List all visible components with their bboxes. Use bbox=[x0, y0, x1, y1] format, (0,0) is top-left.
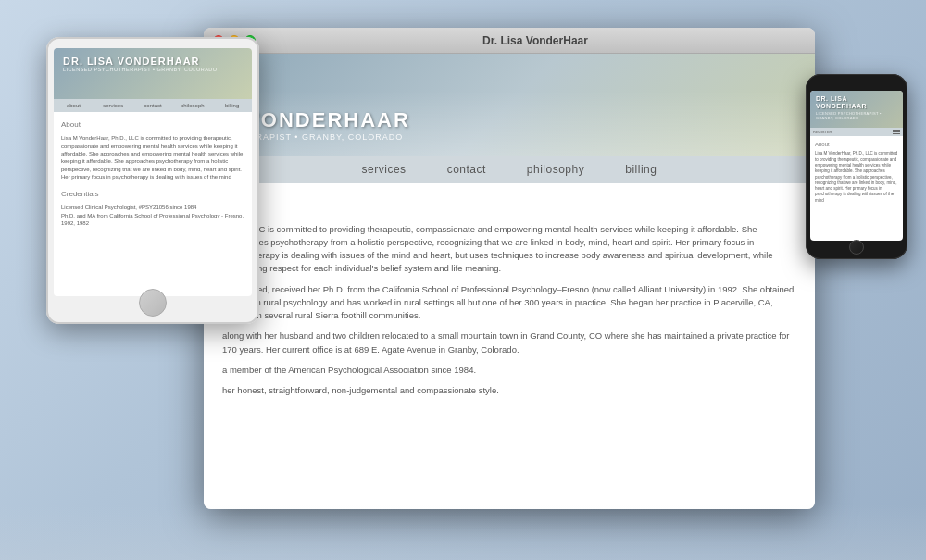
tablet-nav: about services contact philosoph billing bbox=[54, 99, 252, 112]
smartphone-about-heading: About bbox=[815, 141, 898, 148]
tablet-header: DR. LISA VONDERHAAR LICENSED PSYCHOTHERA… bbox=[54, 48, 252, 99]
browser-titlebar: Dr. Lisa VonderHaar bbox=[204, 28, 815, 54]
tablet-screen: DR. LISA VONDERHAAR LICENSED PSYCHOTHERA… bbox=[54, 48, 252, 296]
tablet-about-heading: About bbox=[61, 119, 244, 130]
browser-content: A VONDERHAAR HOTHERAPIST • GRANBY, COLOR… bbox=[204, 54, 815, 509]
tablet-logo-name: DR. LISA VONDERHAAR bbox=[63, 56, 243, 67]
smartphone-logo-name: DR. LISAVONDERHAAR bbox=[816, 95, 897, 111]
hamburger-line-2 bbox=[893, 131, 900, 132]
tablet-about-text: Lisa M VonderHaar, Ph.D., LLC is committ… bbox=[61, 134, 244, 180]
tablet-nav-billing[interactable]: billing bbox=[212, 99, 252, 112]
nav-billing[interactable]: billing bbox=[605, 156, 677, 183]
hamburger-menu-icon[interactable] bbox=[893, 130, 900, 134]
site-body: About Ph.D., LLC is committed to providi… bbox=[204, 183, 815, 418]
site-header: A VONDERHAAR HOTHERAPIST • GRANBY, COLOR… bbox=[204, 54, 815, 156]
nav-services[interactable]: services bbox=[342, 156, 427, 183]
smartphone-nav-label: REGISTER bbox=[813, 130, 832, 134]
smartphone-about-text: Lisa M VonderHaar, Ph.D., LLC is committ… bbox=[815, 151, 898, 204]
about-text-3: along with her husband and two children … bbox=[222, 330, 796, 356]
about-heading: About bbox=[222, 197, 796, 216]
about-text-1: Ph.D., LLC is committed to providing the… bbox=[222, 223, 796, 276]
nav-philosophy[interactable]: philosophy bbox=[507, 156, 605, 183]
about-text-2: often called, received her Ph.D. from th… bbox=[222, 283, 796, 323]
smartphone-logo: DR. LISAVONDERHAAR LICENSED PSYCHOTHERAP… bbox=[810, 91, 903, 125]
tablet-credentials-heading: Credentials bbox=[61, 189, 244, 199]
about-text-4: a member of the American Psychological A… bbox=[222, 364, 796, 377]
reflection bbox=[0, 504, 926, 560]
hamburger-line-1 bbox=[893, 130, 900, 131]
smartphone-body: About Lisa M VonderHaar, Ph.D., LLC is c… bbox=[810, 136, 903, 208]
tablet-logo-subtitle: LICENSED PSYCHOTHERAPIST • GRANBY, COLOR… bbox=[63, 67, 243, 72]
tablet-nav-about[interactable]: about bbox=[54, 99, 94, 112]
tablet-device: DR. LISA VONDERHAAR LICENSED PSYCHOTHERA… bbox=[46, 37, 259, 324]
browser-title: Dr. Lisa VonderHaar bbox=[265, 34, 806, 47]
smartphone-nav-bar: REGISTER bbox=[810, 128, 903, 136]
hamburger-line-3 bbox=[893, 133, 900, 134]
smartphone-device: DR. LISAVONDERHAAR LICENSED PSYCHOTHERAP… bbox=[806, 74, 907, 259]
tablet-nav-philosophy[interactable]: philosoph bbox=[172, 99, 212, 112]
browser-window: Dr. Lisa VonderHaar A VONDERHAAR HOTHERA… bbox=[204, 28, 815, 509]
nav-contact[interactable]: contact bbox=[427, 156, 507, 183]
tablet-credentials-text: Licensed Clinical Psychologist, #PSY2105… bbox=[61, 204, 244, 227]
about-text-5: her honest, straightforward, non-judgeme… bbox=[222, 384, 796, 397]
smartphone-logo-subtitle: LICENSED PSYCHOTHERAPIST • GRANBY, COLOR… bbox=[816, 111, 897, 120]
tablet-home-button[interactable] bbox=[139, 289, 167, 317]
tablet-logo: DR. LISA VONDERHAAR LICENSED PSYCHOTHERA… bbox=[54, 48, 252, 80]
tablet-body: About Lisa M VonderHaar, Ph.D., LLC is c… bbox=[54, 112, 252, 234]
smartphone-header: DR. LISAVONDERHAAR LICENSED PSYCHOTHERAP… bbox=[810, 91, 903, 128]
tablet-nav-contact[interactable]: contact bbox=[133, 99, 173, 112]
tablet-nav-services[interactable]: services bbox=[94, 99, 133, 112]
site-nav: services contact philosophy billing bbox=[204, 156, 815, 183]
smartphone-screen: DR. LISAVONDERHAAR LICENSED PSYCHOTHERAP… bbox=[810, 91, 903, 241]
smartphone-home-button[interactable] bbox=[849, 240, 864, 255]
